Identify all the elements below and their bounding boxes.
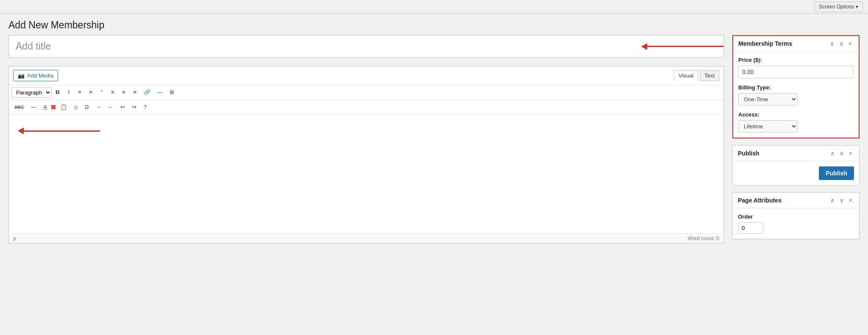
publish-metabox: Publish ∧ ∨ × Publish [732, 145, 860, 185]
color-indicator [51, 105, 56, 109]
paragraph-select[interactable]: Paragraph [11, 87, 52, 98]
publish-title: Publish [738, 150, 760, 157]
publish-body: Publish [733, 161, 859, 185]
billing-type-field-group: Billing Type: One-Time [738, 84, 854, 105]
main-layout: 📷 Add Media Visual Text Paragraph B I ≡ … [0, 35, 868, 255]
bold-button[interactable]: B [53, 87, 63, 98]
editor-arrow-head-icon [18, 127, 24, 134]
price-field-group: Price ($): [738, 57, 854, 78]
paste-as-text-button[interactable]: 📋 [57, 102, 70, 113]
editor-arrow-line [24, 130, 100, 132]
ordered-list-button[interactable]: ≡ [86, 87, 96, 98]
membership-terms-body: Price ($): Billing Type: One-Time Access… [733, 52, 859, 138]
title-input[interactable] [9, 36, 637, 57]
italic-button[interactable]: I [64, 87, 74, 98]
tab-visual[interactable]: Visual [674, 70, 698, 81]
access-select[interactable]: Lifetime Fixed Period Fixed Date [738, 120, 798, 133]
outdent-button[interactable]: ← [105, 102, 117, 113]
screen-options-button[interactable]: Screen Options ▾ [814, 2, 863, 12]
status-bar: p Word count: 0 [9, 233, 723, 243]
membership-terms-controls: ∧ ∨ × [828, 39, 854, 48]
membership-terms-header[interactable]: Membership Terms ∧ ∨ × [733, 36, 859, 52]
indent-button[interactable]: → [93, 102, 104, 113]
sidebar-column: Membership Terms ∧ ∨ × Price ($): Billin… [732, 35, 860, 246]
membership-terms-collapse-down[interactable]: ∨ [837, 39, 845, 48]
billing-type-label: Billing Type: [738, 84, 854, 91]
blockquote-button[interactable]: “ [97, 87, 107, 98]
publish-collapse-up[interactable]: ∧ [829, 149, 836, 158]
order-input[interactable] [738, 222, 763, 234]
membership-terms-metabox: Membership Terms ∧ ∨ × Price ($): Billin… [732, 35, 860, 138]
media-icon: 📷 [18, 72, 25, 79]
billing-type-select[interactable]: One-Time [738, 93, 798, 105]
align-left-button[interactable]: ≡ [108, 87, 118, 98]
editor-arrow-indicator [18, 127, 718, 134]
align-center-button[interactable]: ≡ [119, 87, 129, 98]
access-label: Access: [738, 111, 854, 118]
page-attributes-collapse-up[interactable]: ∧ [829, 196, 836, 205]
strikethrough-button[interactable]: ABC [11, 102, 27, 112]
screen-options-label: Screen Options [819, 4, 854, 10]
add-media-button[interactable]: 📷 Add Media [13, 70, 58, 81]
undo-button[interactable]: ↩ [117, 102, 128, 113]
price-input[interactable] [738, 66, 854, 78]
membership-terms-collapse-up[interactable]: ∧ [828, 39, 836, 48]
publish-collapse-down[interactable]: ∨ [838, 149, 846, 158]
order-label: Order [738, 213, 854, 220]
horizontal-rule-button[interactable]: ― [154, 87, 166, 98]
publish-controls: ∧ ∨ × [829, 149, 854, 158]
add-media-bar: 📷 Add Media Visual Text [9, 66, 723, 85]
align-right-button[interactable]: ≡ [130, 87, 140, 98]
title-arrow-indicator [642, 43, 723, 50]
add-media-label: Add Media [27, 72, 53, 79]
page-attributes-title: Page Attributes [738, 197, 782, 204]
title-input-wrap [8, 35, 724, 58]
title-row [9, 36, 723, 57]
page-attributes-body: Order [733, 208, 859, 239]
visual-text-tabs: Visual Text [674, 70, 719, 81]
unordered-list-button[interactable]: ≡ [75, 87, 85, 98]
paragraph-indicator: p [13, 235, 16, 241]
editor-column: 📷 Add Media Visual Text Paragraph B I ≡ … [8, 35, 724, 244]
content-editable-area[interactable] [9, 115, 723, 233]
order-field-group: Order [738, 213, 854, 234]
arrow-line [647, 46, 723, 47]
publish-button[interactable]: Publish [819, 166, 854, 180]
page-title: Add New Membership [0, 14, 868, 35]
publish-close[interactable]: × [847, 149, 854, 158]
top-bar: Screen Options ▾ [0, 0, 868, 14]
price-label: Price ($): [738, 57, 854, 63]
link-button[interactable]: 🔗 [141, 87, 153, 98]
hr-button[interactable]: — [28, 102, 39, 113]
word-count: Word count: 0 [688, 235, 719, 241]
page-attributes-metabox: Page Attributes ∧ ∨ × Order [732, 192, 860, 239]
toolbar-row-2: ABC — A 📋 ◇ Ω → ← ↩ ↪ ? [9, 100, 723, 115]
tab-text[interactable]: Text [700, 70, 719, 81]
access-field-group: Access: Lifetime Fixed Period Fixed Date [738, 111, 854, 133]
page-attributes-header[interactable]: Page Attributes ∧ ∨ × [733, 193, 859, 208]
chevron-down-icon: ▾ [856, 4, 858, 10]
toolbar-toggle-button[interactable]: ⊞ [167, 87, 177, 98]
special-chars-button[interactable]: Ω [82, 102, 92, 113]
toolbar-row-1: Paragraph B I ≡ ≡ “ ≡ ≡ ≡ 🔗 ― ⊞ [9, 85, 723, 100]
membership-terms-close[interactable]: × [847, 39, 854, 48]
page-attributes-controls: ∧ ∨ × [829, 196, 854, 205]
font-color-button[interactable]: A [40, 102, 50, 113]
clear-formatting-button[interactable]: ◇ [71, 102, 81, 113]
help-button[interactable]: ? [140, 102, 150, 113]
editor-area: 📷 Add Media Visual Text Paragraph B I ≡ … [8, 66, 724, 244]
arrow-head-icon [641, 43, 647, 50]
publish-header[interactable]: Publish ∧ ∨ × [733, 146, 859, 161]
membership-terms-title: Membership Terms [738, 40, 792, 47]
page-attributes-collapse-down[interactable]: ∨ [838, 196, 846, 205]
redo-button[interactable]: ↪ [129, 102, 139, 113]
page-attributes-close[interactable]: × [847, 196, 854, 205]
